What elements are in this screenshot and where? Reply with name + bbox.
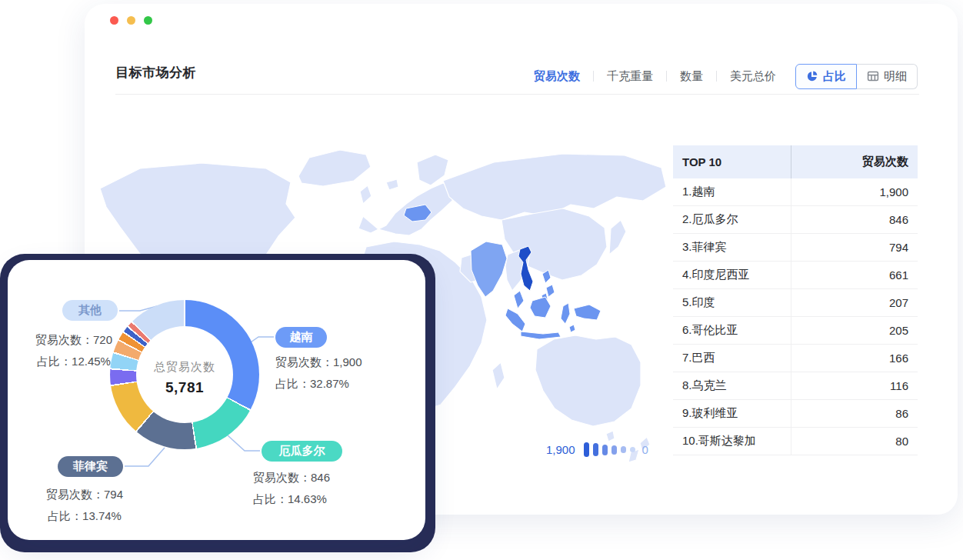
table-header-metric: 贸易次数 [791,145,918,178]
view-toggle-group: 占比 明细 [795,64,918,89]
callout-pill-ecuador: 厄瓜多尔 [262,441,342,462]
window-controls [110,16,152,25]
legend-bar [630,447,635,452]
legend-bar [621,446,626,453]
tab-separator [593,71,594,82]
map-greenland [298,150,371,186]
map-malaysia-highlight [505,291,525,332]
map-png-highlight [574,305,601,320]
detail-view-button[interactable]: 明细 [857,64,918,89]
detail-view-label: 明细 [884,69,907,84]
table-header-rank: TOP 10 [673,145,791,178]
map-uk [360,185,372,204]
proportion-view-button[interactable]: 占比 [795,64,857,89]
header-divider [115,94,919,95]
tab-usd-total[interactable]: 美元总价 [730,69,776,84]
donut-total-value: 5,781 [112,379,258,396]
metric-tab-bar: 贸易次数 千克重量 数量 美元总价 占比 明细 [534,61,918,92]
map-legend: 1,900 0 [546,442,648,457]
table-row: 2.厄瓜多尔846 [673,206,918,234]
callout-trades: 贸易次数：720 [8,329,140,351]
callout-pill-philippines: 菲律宾 [58,456,123,477]
legend-bar [584,442,589,457]
map-australia [535,335,641,426]
table-cell-country: 6.哥伦比亚 [673,317,791,344]
map-iceland [386,179,398,190]
table-row: 5.印度207 [673,289,918,317]
legend-bar [593,443,598,456]
table-cell-country: 9.玻利维亚 [673,400,791,427]
map-japan [609,220,626,255]
pie-chart-icon [806,70,818,82]
map-madagascar [492,362,505,389]
table-row: 1.越南1,900 [673,178,918,206]
table-cell-value: 80 [791,428,918,455]
table-cell-country: 5.印度 [673,289,791,316]
table-cell-country: 8.乌克兰 [673,372,791,399]
callout-stats-ecuador: 贸易次数：846 占比：14.63% [253,467,330,510]
table-row: 10.哥斯达黎加80 [673,428,918,455]
minimize-window-button[interactable] [127,16,135,25]
legend-min-value: 0 [642,443,648,456]
callout-trades: 贸易次数：846 [253,467,330,488]
tab-kg-weight[interactable]: 千克重量 [607,69,653,84]
table-cell-value: 1,900 [791,178,918,205]
callout-share: 占比：13.74% [29,505,140,527]
table-cell-value: 116 [791,372,918,399]
table-cell-country: 4.印度尼西亚 [673,262,791,288]
callout-share: 占比：14.63% [253,488,330,510]
top10-table: TOP 10 贸易次数 1.越南1,9002.厄瓜多尔8463.菲律宾7944.… [673,145,918,455]
callout-stats-vietnam: 贸易次数：1,900 占比：32.87% [275,352,362,395]
callout-stats-other: 贸易次数：720 占比：12.45% [8,329,140,372]
table-body: 1.越南1,9002.厄瓜多尔8463.菲律宾7944.印度尼西亚6615.印度… [673,178,918,455]
table-row: 6.哥伦比亚205 [673,317,918,345]
table-cell-value: 205 [791,317,918,344]
table-cell-country: 1.越南 [673,178,791,205]
callout-share: 占比：32.87% [275,373,362,395]
table-cell-country: 7.巴西 [673,345,791,372]
tab-separator [716,71,717,82]
legend-scale-bars [584,442,635,457]
table-cell-value: 661 [791,262,918,288]
callout-pill-other: 其他 [62,300,118,321]
map-java-highlight [521,332,561,339]
table-row: 8.乌克兰116 [673,372,918,400]
callout-stats-philippines: 贸易次数：794 占比：13.74% [29,484,140,527]
table-cell-value: 794 [791,234,918,261]
legend-bar [611,445,617,455]
table-cell-value: 166 [791,345,918,372]
close-window-button[interactable] [110,16,118,25]
table-cell-country: 10.哥斯达黎加 [673,428,791,455]
table-header-row: TOP 10 贸易次数 [673,145,918,178]
tab-separator [666,71,667,82]
page-title: 目标市场分析 [115,64,196,82]
table-cell-country: 2.厄瓜多尔 [673,206,791,233]
donut-card-backdrop: 总贸易次数 5,781 其他 贸易次数：720 占比：12.45% 越南 贸易次… [0,254,435,552]
table-cell-country: 3.菲律宾 [673,234,791,261]
table-row: 9.玻利维亚86 [673,400,918,428]
proportion-view-label: 占比 [823,69,846,84]
callout-trades: 贸易次数：1,900 [275,352,362,373]
callout-trades: 贸易次数：794 [29,484,140,505]
callout-pill-vietnam: 越南 [275,327,327,348]
map-sulawesi-highlight [561,303,575,332]
table-row: 3.菲律宾794 [673,234,918,262]
tab-quantity[interactable]: 数量 [680,69,703,84]
table-cell-value: 207 [791,289,918,316]
map-borneo-highlight [530,297,551,318]
donut-chart-card: 总贸易次数 5,781 其他 贸易次数：720 占比：12.45% 越南 贸易次… [8,260,425,540]
maximize-window-button[interactable] [144,16,152,25]
table-row: 7.巴西166 [673,345,918,372]
table-cell-value: 86 [791,400,918,427]
legend-max-value: 1,900 [546,443,575,456]
legend-bar [602,445,608,455]
table-icon [867,70,879,82]
table-row: 4.印度尼西亚661 [673,262,918,289]
callout-share: 占比：12.45% [8,351,140,372]
tab-trade-count[interactable]: 贸易次数 [534,69,580,84]
table-cell-value: 846 [791,206,918,233]
map-tasmania [606,431,615,442]
